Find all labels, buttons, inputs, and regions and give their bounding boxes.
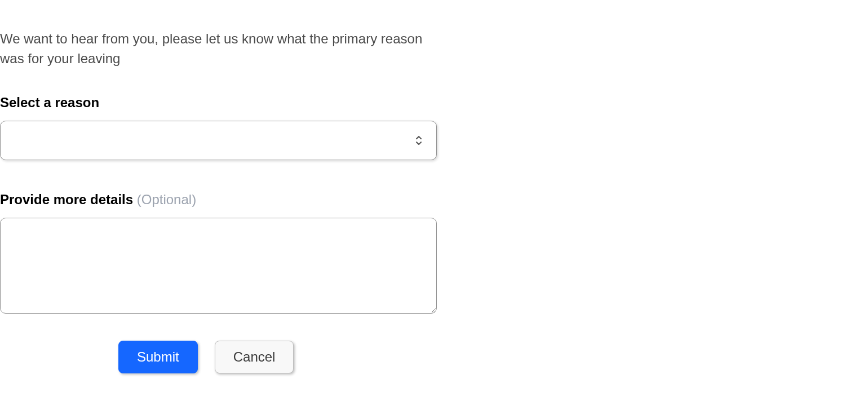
optional-hint: (Optional) — [137, 192, 196, 207]
details-textarea[interactable] — [0, 218, 437, 314]
reason-select[interactable] — [0, 121, 437, 160]
submit-button[interactable]: Submit — [118, 341, 198, 373]
details-label: Provide more details (Optional) — [0, 192, 437, 208]
feedback-form: We want to hear from you, please let us … — [0, 29, 437, 373]
details-label-text: Provide more details — [0, 192, 137, 207]
button-row: Submit Cancel — [0, 341, 437, 373]
reason-label: Select a reason — [0, 95, 437, 111]
reason-select-wrapper — [0, 121, 437, 160]
cancel-button[interactable]: Cancel — [215, 341, 294, 373]
intro-text: We want to hear from you, please let us … — [0, 29, 437, 69]
